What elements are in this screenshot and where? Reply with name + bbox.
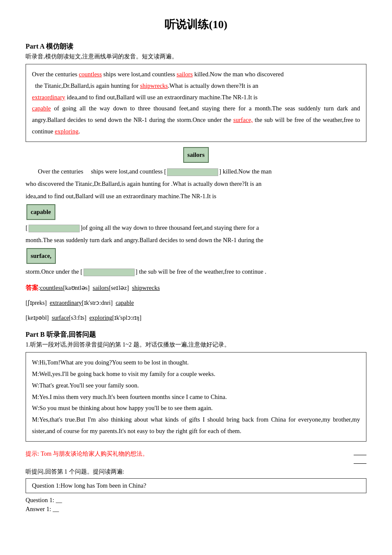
ans-extraordinary: extraordinary [50,300,82,306]
fill-line-1: Over the centuries ships were lost,and c… [26,165,366,178]
ans-exploring: exploring [89,315,112,321]
surface-word: surface, [233,116,253,123]
hint-area: 提示: Tom 与朋友谈论给家人购买礼物的想法。 [26,450,148,458]
dialogue-box: W:Hi,Tom!What are you doing?You seem to … [26,352,366,442]
ans-sailors: sailors [93,284,109,291]
exploring-word: exploring [55,128,79,135]
hint-text: Tom 与朋友谈论给家人购买礼物的想法。 [40,451,148,457]
answer-line-3: [keɪpəbl] surface[s3:fɪs] exploring[ɪk's… [26,312,366,324]
qa1-answer-blank: __ [53,506,59,512]
fill-passage-area: sailors Over the centuries ships were lo… [26,147,366,278]
ans-shipwrecks: shipwrecks [132,284,160,291]
sailors-highlight: sailors [183,147,209,163]
answer-line-2: [ʃɪpreks] extraordinary[ɪk'strɔ:dnri] ca… [26,298,366,309]
dialogue-line-2: M:Well,yes.I'll be going back home to vi… [32,368,360,380]
passage-text-4: the Titanic,Dr.Ballard,is again hunting … [32,82,140,89]
part-b-instruction: 1.听第一段对话,并回答录音提问的第 1~2 题。对话仅播放一遍,注意做好记录。 [26,341,366,349]
dialogue-line-3: W:That's great.You'll see your family so… [32,380,360,391]
page-title: 听说训练(10) [26,17,366,32]
fill-line-6: storm.Once under the [] the sub will be … [26,266,366,278]
capable-highlight: capable [26,204,55,220]
qa1-question-line: Question 1: __ [26,497,366,504]
surface-highlight: surface, [26,248,56,264]
ans-phonetic-capable: [keɪpəbl] [26,315,49,321]
sailors-word: sailors [176,71,193,78]
extraordinary-word: extraordinary [32,94,65,101]
capable-word: capable [32,105,51,112]
dialogue-line-1: W:Hi,Tom!What are you doing?You seem to … [32,357,360,368]
ans-phonetic1: [kaʊntləs] [63,284,89,291]
ans-surface: surface [52,315,69,321]
ans-phonetic3: [ɪk'strɔ:dnri] [82,300,112,306]
passage-text-5: .What is actually down there?It is an [168,82,258,89]
part-a-header: Part A 模仿朗读 [26,42,366,51]
fill-blank-3 [84,269,135,276]
answer-label: 答案 [26,284,38,291]
part-b-header: Part B 听录音,回答问题 [26,330,366,339]
ans-phonetic5: [ɪk'splɔ:rɪŋ] [112,315,141,321]
passage-box: Over the centuries countless ships were … [26,64,366,142]
fill-blank-1 [167,168,218,176]
dialogue-line-5: W:So you must be thinking about how happ… [32,402,360,414]
dialogue-line-4: M:Yes.I miss them very much.It's been fo… [32,391,360,403]
question1-box: Question 1:How long has Tom been in Chin… [26,478,366,493]
qa1-answer-label: Answer 1: [26,506,51,512]
fill-line-2: who discovered the Titanic,Dr.Ballard,is… [26,178,366,190]
fill-blank-2 [29,225,80,232]
ans-phonetic-shipwrecks: [ʃɪpreks] [26,300,47,306]
ans-phonetic2: [seɪləz] [109,284,129,291]
passage-text-3: killed.Now the man who discovered [193,71,283,78]
qa1-answer-line: Answer 1: __ [26,506,366,513]
ans-phonetic4: [s3:fɪs] [69,315,86,321]
blank-lines-area [354,448,366,464]
ans-countless: countless [40,284,63,291]
shipwrecks-word: shipwrecks [140,82,168,89]
fill-line-5: month.The seas suddenly turn dark and an… [26,234,366,246]
answer-line-1: 答案:countless[kaʊntləs] sailors[seɪləz] s… [26,282,366,293]
qa1-blank: __ [56,497,62,503]
blank-line-2 [354,457,366,464]
dialogue-line-6: M:Yes,that's true.But I'm also thinking … [32,414,360,437]
qa1-question-label: Question 1: [26,497,54,503]
passage-text-1: Over the centuries [32,71,79,78]
part-b-section: Part B 听录音,回答问题 1.听第一段对话,并回答录音提问的第 1~2 题… [26,330,366,513]
ans-capable: capable [115,300,134,306]
countless-word: countless [79,71,102,78]
hint-label: 提示: [26,451,39,457]
fill-line-3: idea,and to find out,Ballard will use an… [26,190,366,202]
fill-line-4: []of going all the way down to three tho… [26,222,366,234]
passage-text-2: ships were lost,and countless [102,71,177,78]
listen-instruction: 听提问,回答第 1 个问题。提问读两遍: [26,468,366,476]
blank-line-1 [354,448,366,455]
passage-text-6: idea,and to find out,Ballard will use an… [65,94,257,101]
passage-text-9: . [78,128,80,135]
part-a-instruction: 听录音,模仿朗读短文,注意画线单词的发音。短文读两遍。 [26,53,366,61]
